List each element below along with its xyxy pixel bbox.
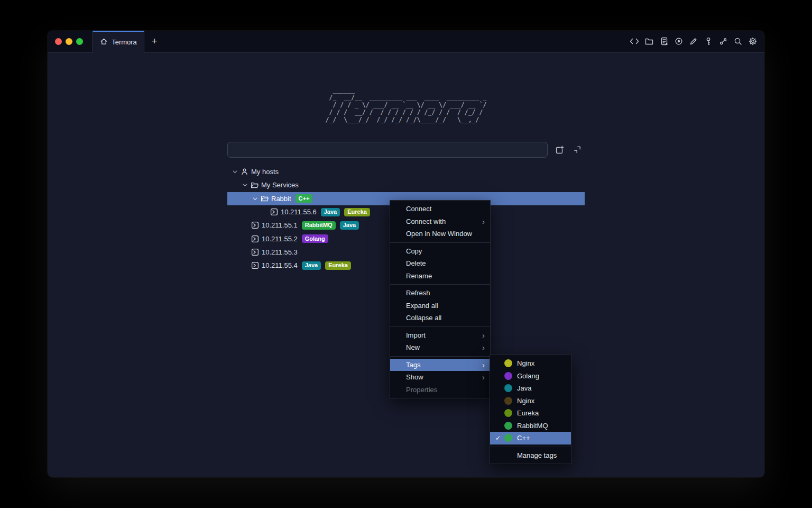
- ascii-logo: ______ /_ __/__ _________ ___ ____ _____…: [326, 86, 487, 123]
- search-input[interactable]: [227, 142, 548, 158]
- tree-label: 10.211.55.3: [262, 248, 298, 256]
- menu-item-show[interactable]: Show›: [390, 371, 490, 384]
- chevron-down-icon[interactable]: [252, 195, 261, 202]
- menu-item-label: Copy: [406, 247, 422, 255]
- menu-item-manage-tags[interactable]: Manage tags: [490, 449, 571, 462]
- tree-label: My Services: [261, 181, 299, 189]
- record-icon[interactable]: [674, 37, 684, 46]
- tag-color-dot: [504, 409, 512, 417]
- menu-item-open-in-new-window[interactable]: Open in New Window: [390, 228, 490, 240]
- tab-termora[interactable]: Termora: [93, 31, 144, 52]
- menu-item-delete[interactable]: Delete: [390, 257, 490, 270]
- tree-label: My hosts: [251, 168, 279, 176]
- menu-item-expand-all[interactable]: Expand all: [390, 300, 490, 312]
- tag-color-dot: [504, 397, 512, 405]
- checkmark-icon: ✓: [495, 434, 504, 442]
- tree-label: Rabbit: [271, 195, 291, 203]
- tag-menu-item-nginx[interactable]: Nginx: [490, 395, 571, 407]
- tree-label: 10.211.55.2: [262, 235, 298, 243]
- menu-item-label: Properties: [406, 386, 437, 394]
- log-icon[interactable]: [659, 37, 669, 46]
- folder-open-icon: [251, 182, 261, 189]
- tree-row[interactable]: My Services: [227, 178, 585, 192]
- tag-label: RabbitMQ: [517, 422, 548, 430]
- tags-submenu: NginxGolangJavaNginxEurekaRabbitMQ✓C++Ma…: [490, 355, 571, 464]
- edit-icon[interactable]: [689, 37, 698, 46]
- tag-label: C++: [517, 434, 530, 442]
- menu-item-new[interactable]: New›: [390, 341, 490, 354]
- tree-label: 10.211.55.1: [262, 221, 298, 229]
- settings-icon[interactable]: [748, 37, 758, 46]
- tag-label: Nginx: [517, 397, 534, 405]
- key-icon[interactable]: [704, 37, 713, 46]
- titlebar: Termora +: [48, 31, 764, 52]
- chevron-down-icon[interactable]: [232, 168, 241, 175]
- tree-row[interactable]: My hosts: [227, 165, 585, 178]
- tree-label: 10.211.55.6: [281, 208, 317, 216]
- menu-item-import[interactable]: Import›: [390, 329, 490, 342]
- menu-item-label: Delete: [406, 259, 426, 267]
- terminal-icon: [251, 248, 261, 256]
- traffic-lights: [48, 31, 93, 52]
- menu-item-refresh[interactable]: Refresh: [390, 287, 490, 300]
- tag-badge: Java: [340, 221, 359, 230]
- folder-open-icon: [261, 195, 271, 202]
- tag-color-dot: [504, 434, 512, 442]
- menu-separator: [390, 284, 490, 285]
- tag-menu-item-rabbitmq[interactable]: RabbitMQ: [490, 420, 571, 432]
- tag-label: Golang: [517, 372, 539, 380]
- tag-menu-item-golang[interactable]: Golang: [490, 370, 571, 383]
- tag-badge: C++: [296, 194, 313, 203]
- menu-item-label: New: [406, 343, 420, 351]
- tag-menu-item-java[interactable]: Java: [490, 382, 571, 395]
- menu-separator: [490, 447, 571, 447]
- terminal-icon: [251, 235, 261, 243]
- tag-label: Eureka: [517, 409, 539, 417]
- menu-item-label: Refresh: [406, 289, 430, 297]
- search-icon[interactable]: [733, 37, 743, 46]
- menu-item-tags[interactable]: Tags›: [390, 359, 490, 371]
- menu-item-rename[interactable]: Rename: [390, 270, 490, 283]
- code-icon[interactable]: [630, 37, 639, 46]
- minimize-window-button[interactable]: [66, 38, 72, 45]
- tag-badge: RabbitMQ: [302, 221, 336, 230]
- tag-menu-item-nginx[interactable]: Nginx: [490, 357, 571, 370]
- submenu-arrow-icon: ›: [482, 361, 485, 369]
- toolbar: [630, 31, 764, 52]
- ascii-logo-wrap: ______ /_ __/__ _________ ___ ____ _____…: [48, 86, 764, 123]
- keychain-icon[interactable]: [718, 37, 728, 46]
- collapse-all-icon[interactable]: [572, 144, 583, 155]
- tag-badge: Golang: [302, 234, 328, 243]
- menu-item-label: Import: [406, 331, 426, 339]
- terminal-icon: [251, 261, 261, 269]
- add-host-icon[interactable]: [554, 144, 565, 155]
- tag-menu-item-c-[interactable]: ✓C++: [490, 432, 571, 444]
- menu-separator: [390, 356, 490, 357]
- menu-item-label: Connect: [406, 205, 431, 213]
- person-icon: [241, 168, 251, 176]
- tag-menu-item-eureka[interactable]: Eureka: [490, 407, 571, 420]
- tab-label: Termora: [112, 38, 137, 46]
- tag-badge: Java: [321, 208, 340, 216]
- tag-color-dot: [504, 384, 512, 392]
- tag-label: Nginx: [517, 359, 534, 367]
- tag-badge: Java: [302, 261, 321, 270]
- app-window: Termora + ______ /_ __/__ _________ ___ …: [48, 31, 764, 477]
- submenu-arrow-icon: ›: [482, 343, 485, 351]
- chevron-down-icon[interactable]: [242, 182, 251, 188]
- new-tab-button[interactable]: +: [147, 31, 161, 52]
- terminal-icon: [270, 208, 280, 216]
- menu-item-collapse-all[interactable]: Collapse all: [390, 312, 490, 324]
- zoom-window-button[interactable]: [76, 38, 83, 45]
- submenu-arrow-icon: ›: [482, 331, 485, 339]
- terminal-icon: [251, 221, 261, 229]
- search-row: [227, 142, 585, 158]
- folder-icon[interactable]: [644, 37, 654, 46]
- menu-item-connect[interactable]: Connect: [390, 203, 490, 215]
- menu-item-label: Connect with: [406, 217, 446, 225]
- close-window-button[interactable]: [55, 38, 62, 45]
- tag-color-dot: [504, 372, 512, 380]
- menu-item-connect-with[interactable]: Connect with›: [390, 215, 490, 228]
- menu-item-copy[interactable]: Copy: [390, 245, 490, 258]
- menu-item-properties: Properties: [390, 384, 490, 396]
